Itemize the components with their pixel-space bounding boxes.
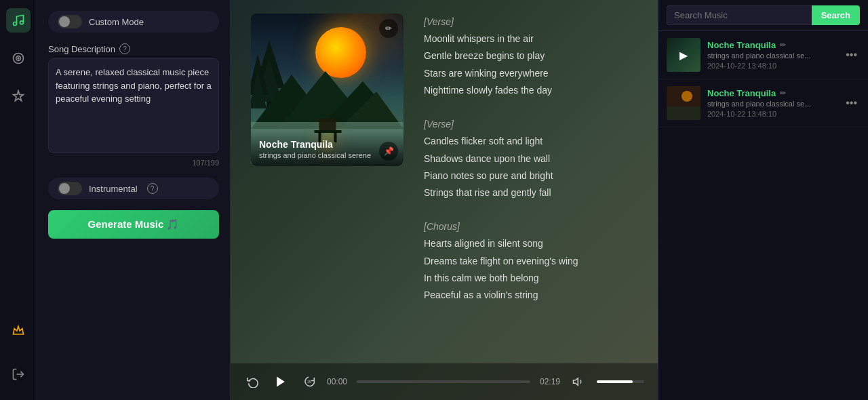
song-description-label: Song Description [48, 44, 115, 54]
track-name-1: Noche Tranquila [707, 40, 776, 50]
track-date-2: 2024-10-22 13:48:10 [707, 110, 836, 118]
lyrics-line-5: Candles flicker soft and light [424, 133, 637, 150]
right-sidebar: Search ▶ Noche Tranquila ✏ strings and p… [658, 0, 868, 400]
track-name-row-1: Noche Tranquila ✏ [707, 40, 836, 50]
player-bar: 15 00:00 02:19 [231, 363, 658, 400]
svg-point-0 [14, 22, 17, 26]
track-item-2[interactable]: Noche Tranquila ✏ strings and piano clas… [658, 79, 868, 127]
generate-music-button[interactable]: Generate Music 🎵 [48, 210, 219, 239]
current-time: 00:00 [327, 377, 347, 386]
track-desc-1: strings and piano classical se... [707, 52, 836, 60]
track-play-overlay-1: ▶ [667, 38, 701, 72]
verse1-tag: [Verse] [424, 16, 454, 27]
instrumental-toggle[interactable] [58, 182, 82, 195]
lyrics-line-12: Peaceful as a violin's string [424, 287, 637, 304]
nav-music-note[interactable] [6, 8, 31, 33]
nav-crown[interactable] [6, 324, 31, 348]
album-title: Noche Tranquila [259, 139, 395, 150]
lyrics-line-11: In this calm we both belong [424, 270, 637, 287]
song-description-textarea[interactable]: A serene, relaxed classical music piece … [48, 58, 219, 153]
verse2-tag: [Verse] [424, 119, 454, 129]
main-content: Noche Tranquila strings and piano classi… [231, 0, 658, 400]
search-area: Search [658, 0, 868, 31]
track-thumb-art-2 [667, 86, 701, 120]
track-item[interactable]: ▶ Noche Tranquila ✏ strings and piano cl… [658, 31, 868, 79]
svg-point-24 [682, 91, 692, 102]
volume-fill [597, 380, 633, 383]
play-button[interactable] [271, 372, 290, 391]
lyrics-line-9: Hearts aligned in silent song [424, 235, 637, 252]
nav-sparkle[interactable] [6, 84, 31, 108]
lyrics-line-3: Stars are winking everywhere [424, 65, 637, 82]
lyrics-line-2: Gentle breeze begins to play [424, 47, 637, 64]
custom-mode-label: Custom Mode [89, 17, 144, 27]
track-desc-2: strings and piano classical se... [707, 100, 836, 108]
album-section: Noche Tranquila strings and piano classi… [231, 0, 658, 363]
svg-point-4 [18, 58, 19, 59]
nav-waveform[interactable] [6, 46, 31, 71]
svg-marker-19 [277, 377, 285, 387]
svg-rect-23 [667, 106, 701, 120]
instrumental-label: Instrumental [89, 184, 138, 194]
nav-exit[interactable] [6, 362, 31, 386]
forward-button[interactable]: 15 [300, 373, 317, 391]
lyrics-line-8: Strings that rise and gently fall [424, 184, 637, 201]
volume-icon[interactable] [570, 373, 587, 391]
song-description-header: Song Description ? [48, 43, 219, 54]
custom-mode-toggle[interactable] [58, 15, 82, 28]
custom-mode-row: Custom Mode [48, 11, 219, 33]
instrumental-help[interactable]: ? [147, 183, 158, 194]
track-menu-button-1[interactable]: ••• [843, 46, 860, 64]
instrumental-row: Instrumental ? [48, 178, 219, 199]
album-art: Noche Tranquila strings and piano classi… [251, 14, 403, 166]
track-menu-button-2[interactable]: ••• [843, 94, 860, 112]
svg-marker-21 [574, 378, 578, 386]
chorus-tag: [Chorus] [424, 221, 460, 232]
album-art-container: Noche Tranquila strings and piano classi… [251, 14, 403, 349]
lyrics-line-10: Dreams take flight on evening's wing [424, 253, 637, 270]
char-count: 107/199 [48, 159, 219, 167]
track-edit-icon-2[interactable]: ✏ [780, 89, 786, 98]
total-time: 02:19 [540, 377, 560, 386]
track-edit-icon-1[interactable]: ✏ [780, 41, 786, 49]
track-info-2: Noche Tranquila ✏ strings and piano clas… [707, 88, 836, 118]
left-panel: Custom Mode Song Description ? A serene,… [37, 0, 231, 400]
track-date-1: 2024-10-22 13:48:10 [707, 62, 836, 70]
track-thumbnail-2 [667, 86, 701, 120]
search-input[interactable] [667, 5, 812, 25]
track-info-1: Noche Tranquila ✏ strings and piano clas… [707, 40, 836, 70]
progress-bar[interactable] [357, 380, 530, 383]
rewind-button[interactable] [244, 373, 262, 391]
volume-bar[interactable] [597, 380, 644, 383]
lyrics-line-4: Nighttime slowly fades the day [424, 82, 637, 99]
song-description-help[interactable]: ? [119, 43, 130, 54]
lyrics-line-6: Shadows dance upon the wall [424, 151, 637, 167]
svg-text:15: 15 [307, 380, 311, 384]
search-button[interactable]: Search [812, 5, 860, 25]
lyrics-line-1: Moonlit whispers in the air [424, 31, 637, 47]
track-thumbnail-1: ▶ [667, 38, 701, 72]
album-edit-icon[interactable]: ✏ [379, 19, 398, 38]
lyrics-section: [Verse] Moonlit whispers in the air Gent… [417, 14, 637, 349]
track-name-row-2: Noche Tranquila ✏ [707, 88, 836, 98]
lyrics-text: [Verse] Moonlit whispers in the air Gent… [424, 14, 637, 304]
album-subtitle: strings and piano classical serene [259, 151, 395, 159]
album-pin-icon[interactable]: 📌 [379, 142, 398, 161]
icon-sidebar [0, 0, 37, 400]
track-name-2: Noche Tranquila [707, 88, 776, 98]
generate-music-label: Generate Music 🎵 [88, 218, 180, 231]
song-description-section: Song Description ? A serene, relaxed cla… [48, 43, 219, 167]
svg-point-1 [20, 21, 24, 24]
track-list: ▶ Noche Tranquila ✏ strings and piano cl… [658, 31, 868, 400]
lyrics-line-7: Piano notes so pure and bright [424, 167, 637, 184]
